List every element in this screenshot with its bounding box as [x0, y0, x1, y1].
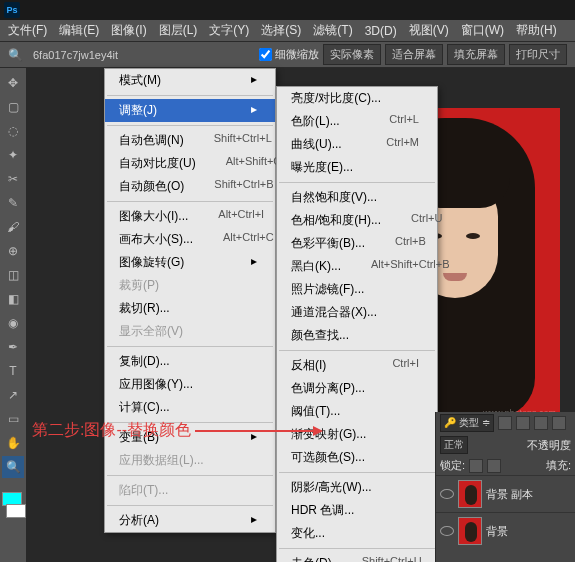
menu-filter[interactable]: 滤镜(T)	[307, 19, 358, 42]
menu-posterize[interactable]: 色调分离(P)...	[277, 377, 437, 400]
visibility-icon[interactable]	[440, 526, 454, 536]
filter-adjust-icon[interactable]	[516, 416, 530, 430]
app-logo: Ps	[4, 2, 20, 18]
file-tab[interactable]: 6fa017c7jw1ey4it	[33, 49, 118, 61]
menu-color-lookup[interactable]: 颜色查找...	[277, 324, 437, 347]
menu-auto-color[interactable]: 自动颜色(O)Shift+Ctrl+B	[105, 175, 275, 198]
menubar: 文件(F) 编辑(E) 图像(I) 图层(L) 文字(Y) 选择(S) 滤镜(T…	[0, 20, 575, 42]
stamp-tool-icon[interactable]: ⊕	[2, 240, 24, 262]
menu-brightness-contrast[interactable]: 亮度/对比度(C)...	[277, 87, 437, 110]
menu-vibrance[interactable]: 自然饱和度(V)...	[277, 186, 437, 209]
menu-image-size[interactable]: 图像大小(I)...Alt+Ctrl+I	[105, 205, 275, 228]
menu-shadows-highlights[interactable]: 阴影/高光(W)...	[277, 476, 437, 499]
opacity-label: 不透明度	[527, 438, 571, 453]
menu-mode[interactable]: 模式(M)▸	[105, 69, 275, 92]
layer-name[interactable]: 背景	[486, 524, 508, 539]
filter-text-icon[interactable]	[534, 416, 548, 430]
menu-exposure[interactable]: 曝光度(E)...	[277, 156, 437, 179]
menu-calculations[interactable]: 计算(C)...	[105, 396, 275, 419]
menu-variations[interactable]: 变化...	[277, 522, 437, 545]
menu-trap: 陷印(T)...	[105, 479, 275, 502]
menu-image[interactable]: 图像(I)	[105, 19, 152, 42]
marquee-tool-icon[interactable]: ▢	[2, 96, 24, 118]
zoom-icon: 🔍	[8, 48, 23, 62]
menu-analysis[interactable]: 分析(A)▸	[105, 509, 275, 532]
zoom-tool-icon[interactable]: 🔍	[2, 456, 24, 478]
blur-tool-icon[interactable]: ◉	[2, 312, 24, 334]
visibility-icon[interactable]	[440, 489, 454, 499]
arrow-icon	[195, 430, 315, 432]
menu-selective-color[interactable]: 可选颜色(S)...	[277, 446, 437, 469]
menu-photo-filter[interactable]: 照片滤镜(F)...	[277, 278, 437, 301]
shape-tool-icon[interactable]: ▭	[2, 408, 24, 430]
fill-screen-button[interactable]: 填充屏幕	[447, 44, 505, 65]
text-tool-icon[interactable]: T	[2, 360, 24, 382]
adjustments-dropdown: 亮度/对比度(C)... 色阶(L)...Ctrl+L 曲线(U)...Ctrl…	[276, 86, 438, 562]
hand-tool-icon[interactable]: ✋	[2, 432, 24, 454]
lasso-tool-icon[interactable]: ◌	[2, 120, 24, 142]
options-bar: 🔍 6fa017c7jw1ey4it 细微缩放 实际像素 适合屏幕 填充屏幕 打…	[0, 42, 575, 68]
menu-layer[interactable]: 图层(L)	[153, 19, 204, 42]
menu-auto-contrast[interactable]: 自动对比度(U)Alt+Shift+Ctrl+L	[105, 152, 275, 175]
menu-duplicate[interactable]: 复制(D)...	[105, 350, 275, 373]
menu-window[interactable]: 窗口(W)	[455, 19, 510, 42]
menu-help[interactable]: 帮助(H)	[510, 19, 563, 42]
fit-screen-button[interactable]: 适合屏幕	[385, 44, 443, 65]
menu-invert[interactable]: 反相(I)Ctrl+I	[277, 354, 437, 377]
fill-label: 填充:	[546, 458, 571, 473]
print-size-button[interactable]: 打印尺寸	[509, 44, 567, 65]
menu-channel-mixer[interactable]: 通道混合器(X)...	[277, 301, 437, 324]
tutorial-annotation: 第二步:图像--替换颜色	[32, 420, 315, 441]
filter-pixel-icon[interactable]	[498, 416, 512, 430]
layer-thumbnail[interactable]	[458, 480, 482, 508]
gradient-tool-icon[interactable]: ◧	[2, 288, 24, 310]
wand-tool-icon[interactable]: ✦	[2, 144, 24, 166]
layer-row[interactable]: 背景	[436, 512, 575, 549]
menu-reveal-all: 显示全部(V)	[105, 320, 275, 343]
menu-adjustments[interactable]: 调整(J)▸	[105, 99, 275, 122]
kind-filter[interactable]: 🔑 类型 ≑	[440, 414, 494, 432]
menu-image-rotation[interactable]: 图像旋转(G)▸	[105, 251, 275, 274]
menu-levels[interactable]: 色阶(L)...Ctrl+L	[277, 110, 437, 133]
pen-tool-icon[interactable]: ✒	[2, 336, 24, 358]
filter-shape-icon[interactable]	[552, 416, 566, 430]
path-tool-icon[interactable]: ↗	[2, 384, 24, 406]
menu-auto-tone[interactable]: 自动色调(N)Shift+Ctrl+L	[105, 129, 275, 152]
menu-select[interactable]: 选择(S)	[255, 19, 307, 42]
layers-panel: 🔑 类型 ≑ 正常 不透明度 锁定: 填充: 背景 副本 背景	[435, 412, 575, 562]
layer-name[interactable]: 背景 副本	[486, 487, 533, 502]
menu-hue-saturation[interactable]: 色相/饱和度(H)...Ctrl+U	[277, 209, 437, 232]
crop-tool-icon[interactable]: ✂	[2, 168, 24, 190]
lock-transparent-icon[interactable]	[469, 459, 483, 473]
menu-apply-image[interactable]: 应用图像(Y)...	[105, 373, 275, 396]
menu-desaturate[interactable]: 去色(D)Shift+Ctrl+U	[277, 552, 437, 562]
menu-curves[interactable]: 曲线(U)...Ctrl+M	[277, 133, 437, 156]
scrubby-zoom-checkbox[interactable]: 细微缩放	[259, 47, 319, 62]
menu-3d[interactable]: 3D(D)	[359, 21, 403, 41]
eyedropper-tool-icon[interactable]: ✎	[2, 192, 24, 214]
menu-black-white[interactable]: 黑白(K)...Alt+Shift+Ctrl+B	[277, 255, 437, 278]
menu-color-balance[interactable]: 色彩平衡(B)...Ctrl+B	[277, 232, 437, 255]
move-tool-icon[interactable]: ✥	[2, 72, 24, 94]
menu-canvas-size[interactable]: 画布大小(S)...Alt+Ctrl+C	[105, 228, 275, 251]
eraser-tool-icon[interactable]: ◫	[2, 264, 24, 286]
menu-edit[interactable]: 编辑(E)	[53, 19, 105, 42]
lock-label: 锁定:	[440, 458, 465, 473]
layer-thumbnail[interactable]	[458, 517, 482, 545]
menu-hdr-toning[interactable]: HDR 色调...	[277, 499, 437, 522]
lock-pixels-icon[interactable]	[487, 459, 501, 473]
menu-type[interactable]: 文字(Y)	[203, 19, 255, 42]
background-color[interactable]	[6, 504, 26, 518]
menu-crop: 裁剪(P)	[105, 274, 275, 297]
image-dropdown: 模式(M)▸ 调整(J)▸ 自动色调(N)Shift+Ctrl+L 自动对比度(…	[104, 68, 276, 533]
blend-mode-select[interactable]: 正常	[440, 436, 468, 454]
layer-row[interactable]: 背景 副本	[436, 475, 575, 512]
menu-trim[interactable]: 裁切(R)...	[105, 297, 275, 320]
actual-pixels-button[interactable]: 实际像素	[323, 44, 381, 65]
menu-apply-dataset: 应用数据组(L)...	[105, 449, 275, 472]
menu-view[interactable]: 视图(V)	[403, 19, 455, 42]
menu-file[interactable]: 文件(F)	[2, 19, 53, 42]
tool-panel: ✥ ▢ ◌ ✦ ✂ ✎ 🖌 ⊕ ◫ ◧ ◉ ✒ T ↗ ▭ ✋ 🔍	[0, 68, 26, 562]
brush-tool-icon[interactable]: 🖌	[2, 216, 24, 238]
